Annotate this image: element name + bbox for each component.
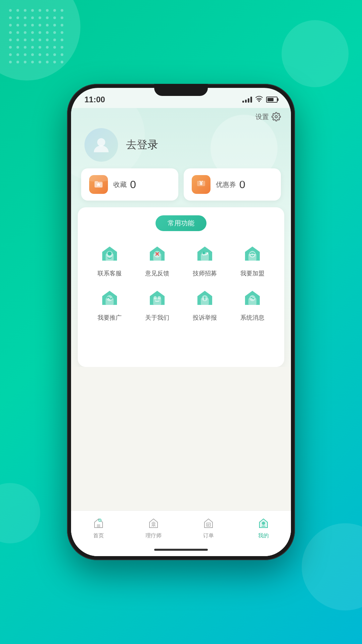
status-time: 11:00 xyxy=(84,95,105,104)
about-icon-box xyxy=(145,285,169,310)
svg-point-49 xyxy=(16,53,19,56)
function-item-about[interactable]: 关于我们 xyxy=(133,285,181,322)
svg-point-64 xyxy=(275,116,278,118)
nav-item-home[interactable]: 首页 xyxy=(71,516,126,539)
login-button[interactable]: 去登录 xyxy=(126,138,158,152)
complaint-label: 投诉举报 xyxy=(193,314,217,322)
functions-grid: 联系客服 意见反馈 xyxy=(86,241,276,322)
function-item-promote[interactable]: 我要推广 xyxy=(86,285,133,322)
favorites-value: 0 xyxy=(130,178,136,191)
about-icon xyxy=(146,287,168,308)
customer-service-icon-box xyxy=(98,241,122,265)
svg-point-29 xyxy=(46,31,49,34)
function-item-customer-service[interactable]: 联系客服 xyxy=(86,241,133,277)
coupons-icon-box: ¥ xyxy=(192,175,210,194)
coupons-info: 优惠券 0 xyxy=(216,178,245,191)
promote-icon-box xyxy=(98,285,122,310)
nav-therapist-label: 理疗师 xyxy=(145,532,162,539)
nav-orders-icon xyxy=(201,516,216,530)
svg-point-79 xyxy=(202,252,205,254)
function-item-recruit[interactable]: 技师招募 xyxy=(181,241,229,277)
svg-point-55 xyxy=(61,53,63,56)
svg-point-16 xyxy=(9,24,12,26)
svg-point-93 xyxy=(204,299,205,300)
svg-point-35 xyxy=(31,39,34,41)
settings-gear-icon[interactable] xyxy=(272,112,281,121)
svg-point-3 xyxy=(31,9,34,12)
join-label: 我要加盟 xyxy=(240,269,264,277)
join-icon-box xyxy=(240,241,264,265)
svg-point-37 xyxy=(46,39,49,41)
nav-orders-label: 订单 xyxy=(203,532,214,539)
svg-point-22 xyxy=(53,24,56,26)
section-title-wrapper: 常用功能 xyxy=(86,215,276,231)
battery-icon xyxy=(266,97,278,103)
customer-service-icon xyxy=(99,243,120,264)
svg-point-72 xyxy=(108,252,112,256)
svg-point-41 xyxy=(16,46,19,49)
svg-text:¥: ¥ xyxy=(199,180,203,186)
svg-point-32 xyxy=(9,39,12,41)
svg-point-88 xyxy=(154,296,157,300)
feedback-label: 意见反馈 xyxy=(145,269,169,277)
svg-point-57 xyxy=(16,61,19,63)
svg-point-52 xyxy=(39,53,41,56)
svg-point-34 xyxy=(24,39,26,41)
svg-point-36 xyxy=(39,39,41,41)
coupons-label: 优惠券 xyxy=(216,180,236,189)
svg-point-60 xyxy=(39,61,41,63)
phone-frame: 11:00 xyxy=(67,84,295,560)
svg-point-33 xyxy=(16,39,19,41)
svg-point-45 xyxy=(46,46,49,49)
favorites-card[interactable]: 收藏 0 xyxy=(81,168,178,201)
profile-section[interactable]: 去登录 xyxy=(71,121,291,168)
svg-point-48 xyxy=(9,53,12,56)
phone-notch xyxy=(154,84,208,96)
svg-point-7 xyxy=(61,9,63,12)
svg-rect-101 xyxy=(206,523,210,526)
system-icon-box xyxy=(240,285,264,310)
svg-point-9 xyxy=(16,16,19,19)
coupons-card[interactable]: ¥ 优惠券 0 xyxy=(184,168,281,201)
svg-point-58 xyxy=(24,61,26,63)
svg-point-40 xyxy=(9,46,12,49)
promote-icon xyxy=(99,287,120,308)
svg-point-63 xyxy=(61,61,63,63)
svg-point-31 xyxy=(61,31,63,34)
svg-point-43 xyxy=(31,46,34,49)
svg-point-1 xyxy=(16,9,19,12)
svg-point-89 xyxy=(158,296,161,300)
svg-point-15 xyxy=(61,16,63,19)
favorites-label: 收藏 xyxy=(113,180,127,189)
function-item-system[interactable]: 系统消息 xyxy=(229,285,276,322)
empty-content-area xyxy=(71,367,291,511)
functions-section: 常用功能 xyxy=(78,207,284,367)
signal-icon xyxy=(242,97,252,103)
svg-point-23 xyxy=(61,24,63,26)
coupons-value: 0 xyxy=(239,178,245,191)
signal-bar-2 xyxy=(245,100,247,103)
about-label: 关于我们 xyxy=(145,314,169,322)
svg-point-21 xyxy=(46,24,49,26)
svg-point-54 xyxy=(53,53,56,56)
function-item-join[interactable]: 我要加盟 xyxy=(229,241,276,277)
svg-point-38 xyxy=(53,39,56,41)
settings-label[interactable]: 设置 xyxy=(255,112,269,121)
system-label: 系统消息 xyxy=(240,314,264,322)
svg-point-11 xyxy=(31,16,34,19)
home-indicator xyxy=(71,546,291,556)
avatar[interactable] xyxy=(84,128,118,162)
svg-point-62 xyxy=(53,61,56,63)
function-item-feedback[interactable]: 意见反馈 xyxy=(133,241,181,277)
feedback-icon-box xyxy=(145,241,169,265)
favorites-info: 收藏 0 xyxy=(113,178,136,191)
function-item-complaint[interactable]: 投诉举报 xyxy=(181,285,229,322)
svg-point-6 xyxy=(53,9,56,12)
nav-item-mine[interactable]: 我的 xyxy=(236,516,291,539)
nav-item-orders[interactable]: 订单 xyxy=(181,516,236,539)
coupons-icon: ¥ xyxy=(196,179,206,191)
svg-point-47 xyxy=(61,46,63,49)
promote-label: 我要推广 xyxy=(98,314,122,322)
svg-point-17 xyxy=(16,24,19,26)
nav-item-therapist[interactable]: 理疗师 xyxy=(126,516,181,539)
